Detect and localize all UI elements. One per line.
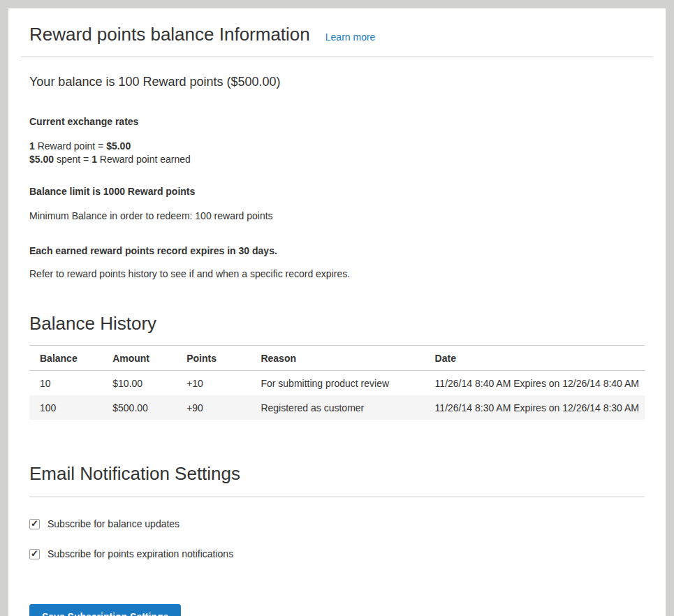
column-header-date: Date [425,346,645,371]
table-row: 10 $10.00 +10 For submitting product rev… [29,371,645,396]
column-header-balance: Balance [29,346,102,371]
cell-amount: $10.00 [102,371,176,396]
text-part: $5.00 [29,154,54,165]
save-subscription-button[interactable]: Save Subscription Settings [29,604,181,616]
balance-history-section: Balance History Balance Amount Points Re… [29,313,645,420]
text-part: $5.00 [106,140,131,152]
table-header-row: Balance Amount Points Reason Date [29,346,645,371]
points-expiration-checkbox[interactable] [29,549,40,559]
balance-summary: Your balance is 100 Reward points ($500.… [29,75,645,89]
points-expiration-label[interactable]: Subscribe for points expiration notifica… [47,548,233,559]
balance-history-heading: Balance History [29,313,645,335]
cell-reason: For submitting product review [250,371,424,396]
text-part: Reward point = [35,140,106,152]
text-part: spent = [54,154,91,165]
cell-date: 11/26/14 8:30 AM Expires on 12/26/14 8:3… [425,395,645,420]
cell-reason: Registered as customer [250,395,424,420]
column-header-points: Points [176,346,250,371]
email-notification-section: Email Notification Settings Subscribe fo… [29,463,645,616]
balance-history-table: Balance Amount Points Reason Date 10 $10… [29,345,645,420]
text-part: Reward point earned [97,154,191,165]
points-expiration-option: Subscribe for points expiration notifica… [29,548,645,559]
page-title: Reward points balance Information [29,24,310,45]
cell-balance: 100 [29,395,102,420]
reward-points-panel: Reward points balance Information Learn … [8,8,666,616]
balance-limit-text: Balance limit is 1000 Reward points [29,185,645,198]
table-row: 100 $500.00 +90 Registered as customer 1… [29,395,645,420]
column-header-amount: Amount [102,346,176,371]
text-part: 1 [91,154,97,165]
balance-updates-option: Subscribe for balance updates [29,518,645,529]
page-background: Reward points balance Information Learn … [0,0,674,616]
cell-points: +10 [176,371,250,396]
balance-updates-checkbox[interactable] [29,519,40,529]
text-part: 1 [29,140,35,152]
exchange-rates-heading: Current exchange rates [29,115,645,129]
cell-date: 11/26/14 8:40 AM Expires on 12/26/14 8:4… [425,371,645,396]
email-notification-heading: Email Notification Settings [29,463,645,497]
cell-amount: $500.00 [102,395,176,420]
expiration-note: Refer to reward points history to see if… [29,267,645,281]
exchange-rate-line-1: 1 Reward point = $5.00 [29,140,645,153]
minimum-balance-text: Minimum Balance in order to redeem: 100 … [29,210,645,223]
column-header-reason: Reason [250,346,424,371]
cell-points: +90 [176,395,250,420]
cell-balance: 10 [29,371,102,396]
page-header: Reward points balance Information Learn … [21,20,653,57]
expiration-heading: Each earned reward points record expires… [29,244,645,258]
balance-updates-label[interactable]: Subscribe for balance updates [47,518,180,529]
exchange-rate-line-2: $5.00 spent = 1 Reward point earned [29,153,645,166]
panel-content: Your balance is 100 Reward points ($500.… [21,75,653,616]
learn-more-link[interactable]: Learn more [325,31,376,43]
